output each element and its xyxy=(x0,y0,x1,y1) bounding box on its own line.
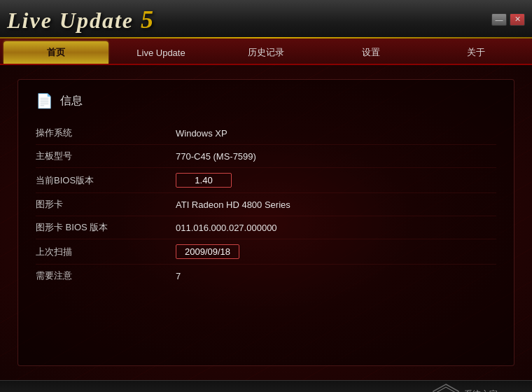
value-attention: 7 xyxy=(176,271,181,281)
app-title-text: Live Update 5 xyxy=(7,5,155,34)
footer: msi 系 系统之家 XITONGZHIJIA.NET xyxy=(0,380,532,392)
row-gpu: 图形卡 ATI Radeon HD 4800 Series xyxy=(36,193,496,216)
info-title: 信息 xyxy=(60,94,83,108)
label-motherboard: 主板型号 xyxy=(36,150,176,162)
title-live-update: Live Update xyxy=(7,8,134,33)
info-header: 📄 信息 xyxy=(36,92,496,109)
label-bios: 当前BIOS版本 xyxy=(36,174,176,187)
tab-history[interactable]: 历史记录 xyxy=(214,41,318,64)
label-gpu-bios: 图形卡 BIOS 版本 xyxy=(36,221,176,234)
info-icon: 📄 xyxy=(36,92,53,109)
svg-marker-0 xyxy=(433,384,458,393)
label-os: 操作系统 xyxy=(36,127,176,139)
app-title: Live Update 5 xyxy=(7,5,155,34)
tab-settings[interactable]: 设置 xyxy=(318,41,424,64)
tab-about[interactable]: 关于 xyxy=(424,41,528,64)
value-last-scan: 2009/09/18 xyxy=(176,244,239,259)
watermark: 系 系统之家 XITONGZHIJIA.NET xyxy=(432,383,522,393)
msi-logo: msi xyxy=(234,389,263,393)
label-gpu: 图形卡 xyxy=(36,198,176,211)
tab-bar: 首页 Live Update 历史记录 设置 关于 xyxy=(0,38,532,65)
row-attention: 需要注意 7 xyxy=(36,265,496,287)
label-attention: 需要注意 xyxy=(36,270,176,282)
row-last-scan: 上次扫描 2009/09/18 xyxy=(36,239,496,265)
value-motherboard: 770-C45 (MS-7599) xyxy=(176,151,256,162)
window-controls: — ✕ xyxy=(491,13,525,26)
watermark-sitename: 系统之家 xyxy=(464,388,498,392)
row-motherboard: 主板型号 770-C45 (MS-7599) xyxy=(36,145,496,168)
main-content: 📄 信息 操作系统 Windows XP 主板型号 770-C45 (MS-75… xyxy=(0,65,532,380)
title-version: 5 xyxy=(141,6,155,34)
row-bios: 当前BIOS版本 1.40 xyxy=(36,168,496,193)
info-panel: 📄 信息 操作系统 Windows XP 主板型号 770-C45 (MS-75… xyxy=(18,79,514,366)
value-os: Windows XP xyxy=(176,128,227,139)
tab-home[interactable]: 首页 xyxy=(4,41,108,64)
value-gpu: ATI Radeon HD 4800 Series xyxy=(176,200,290,210)
value-bios: 1.40 xyxy=(176,173,232,188)
row-os: 操作系统 Windows XP xyxy=(36,122,496,145)
watermark-icon: 系 xyxy=(432,383,460,393)
close-button[interactable]: ✕ xyxy=(510,13,525,26)
value-gpu-bios: 011.016.000.027.000000 xyxy=(176,223,277,233)
minimize-button[interactable]: — xyxy=(491,13,507,26)
label-last-scan: 上次扫描 xyxy=(36,246,176,258)
row-gpu-bios: 图形卡 BIOS 版本 011.016.000.027.000000 xyxy=(36,216,496,239)
tab-liveupdate[interactable]: Live Update xyxy=(108,41,214,64)
title-bar: Live Update 5 — ✕ xyxy=(0,0,532,38)
